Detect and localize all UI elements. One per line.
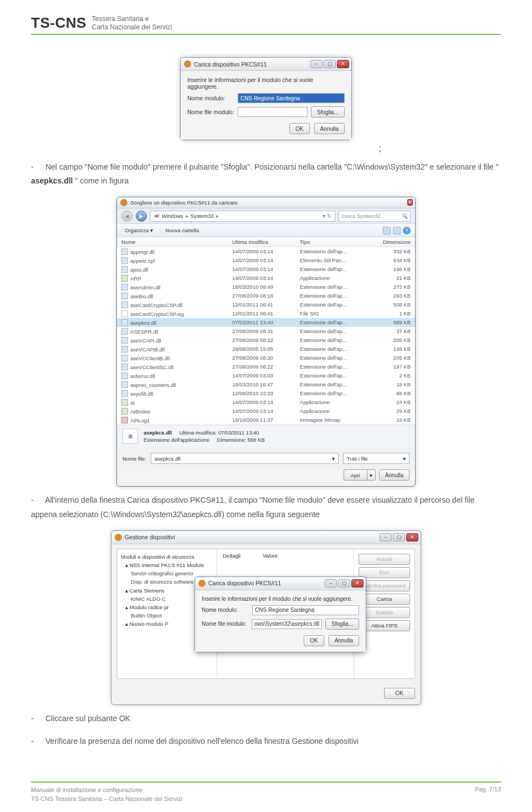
- ok-button[interactable]: OK: [384, 688, 415, 699]
- close-button[interactable]: ✕: [406, 533, 418, 542]
- semicolon: ;: [145, 144, 532, 154]
- browse-button[interactable]: Sfoglia...: [325, 619, 359, 630]
- file-icon: [121, 328, 128, 335]
- gd-title: Gestione dispositivi: [125, 534, 175, 540]
- device-manager-dialog: Gestione dispositivi – ▢ ✕ Moduli e disp…: [111, 530, 421, 705]
- maximize-button[interactable]: ▢: [393, 533, 405, 542]
- gd-titlebar[interactable]: Gestione dispositivi – ▢ ✕: [111, 531, 421, 544]
- file-icon: [121, 355, 128, 361]
- overlay-title: Carica dispositivo PKCS#11: [208, 580, 281, 586]
- step-4: - Verificare la presenza del nome del di…: [31, 734, 501, 748]
- file-row[interactable]: ARP14/07/2009 03:14Applicazione21 KB: [117, 274, 415, 283]
- preview-icon: ⚙: [122, 428, 138, 444]
- overlay-titlebar[interactable]: Carica dispositivo PKCS#11 – ▢ ✕: [195, 577, 366, 590]
- preview-size: 588 KB: [248, 437, 265, 443]
- detail-col2: Valore: [263, 553, 278, 559]
- file-icon: [121, 319, 128, 326]
- file-row[interactable]: AthLog118/10/2006 11:37Immagine bitmap19…: [117, 416, 415, 425]
- cancel-button[interactable]: Annulla: [314, 123, 345, 134]
- file-icon: [121, 346, 128, 353]
- dialog-titlebar[interactable]: Carica dispositivo PKCS#11 – ▢ ✕: [181, 58, 351, 71]
- search-input[interactable]: Cerca System32 🔍: [339, 211, 411, 222]
- filedlg-titlebar[interactable]: Scegliere un dispositivo PKCS#11 da cari…: [117, 197, 415, 208]
- new-folder-button[interactable]: Nuova cartella: [162, 226, 202, 236]
- module-name-input[interactable]: CNS Regione Sardegna: [238, 93, 345, 103]
- open-dropdown[interactable]: ▾: [367, 469, 376, 481]
- tree-node[interactable]: ▴ NSS Internal PKCS #11 Module: [121, 561, 213, 569]
- logo-sub-1: Tessera Sanitaria e: [92, 15, 172, 23]
- file-icon: [121, 275, 128, 282]
- module-file-input[interactable]: [238, 107, 308, 117]
- col-name[interactable]: Nome: [121, 239, 232, 245]
- file-list[interactable]: Nome Ultima modifica Tipo Dimensione app…: [117, 237, 415, 425]
- browse-button[interactable]: Sfoglia...: [311, 106, 345, 118]
- preview-mod: 07/03/2011 13:40: [218, 430, 259, 436]
- preview-size-label: Dimensione:: [217, 437, 246, 443]
- organize-button[interactable]: Organizza ▾: [121, 226, 156, 236]
- help-icon[interactable]: ?: [403, 227, 411, 234]
- close-button[interactable]: ✕: [337, 60, 349, 68]
- filename-input[interactable]: asepkcs.dll ▾: [151, 453, 339, 464]
- open-label: Apri: [344, 469, 367, 481]
- file-row[interactable]: aseCardCryptoCSP.sig12/01/2011 06:41File…: [117, 309, 415, 318]
- file-row[interactable]: aseAdmin.dll18/03/2010 09:49Estensione d…: [117, 283, 415, 292]
- close-button[interactable]: ✕: [407, 199, 413, 206]
- filter-value: Tutti i file: [347, 456, 368, 462]
- file-row[interactable]: asferror.dll14/07/2009 03:03Estensione d…: [117, 371, 415, 380]
- step-3: - Cliccare sul pulsante OK: [31, 712, 501, 726]
- file-row[interactable]: apss.dll14/07/2009 03:14Estensione dell'…: [117, 265, 415, 274]
- close-button[interactable]: ✕: [351, 579, 364, 588]
- col-size[interactable]: Dimensione: [367, 239, 411, 245]
- filter-dropdown[interactable]: Tutti i file ▾: [343, 453, 410, 464]
- file-row[interactable]: asycfilt.dll12/09/2010 22:33Estensione d…: [117, 389, 415, 398]
- footer-line2: TS CNS Tessera Sanitaria – Carta Naziona…: [31, 795, 182, 803]
- file-row[interactable]: aseVCClientB.dll27/08/2009 08:20Estensio…: [117, 354, 415, 362]
- file-icon: [121, 372, 128, 379]
- file-row[interactable]: at14/07/2009 03:14Applicazione24 KB: [117, 398, 415, 407]
- preview-pane: ⚙ asepkcs.dll Ultima modifica: 07/03/201…: [117, 425, 415, 447]
- file-row[interactable]: aseVCAPI.dll27/08/2009 08:22Estensione d…: [117, 336, 415, 345]
- file-icon: [121, 284, 128, 290]
- view-icon[interactable]: [383, 227, 391, 234]
- file-list-header[interactable]: Nome Ultima modifica Tipo Dimensione: [117, 237, 415, 247]
- nav-forward-icon[interactable]: ►: [136, 211, 147, 222]
- firefox-icon: [198, 580, 206, 587]
- col-type[interactable]: Tipo: [300, 239, 367, 245]
- file-row[interactable]: aseBio.dll27/08/2009 08:18Estensione del…: [117, 292, 415, 300]
- file-row[interactable]: aseCardCryptoCSP.dll12/01/2011 06:41Este…: [117, 300, 415, 309]
- file-row[interactable]: ASESPR.dll27/08/2009 08:31Estensione del…: [117, 327, 415, 336]
- ok-button[interactable]: OK: [304, 635, 324, 646]
- open-file-dialog: Scegliere un dispositivo PKCS#11 da cari…: [116, 197, 416, 487]
- login-button[interactable]: Accedi: [359, 554, 410, 565]
- open-button[interactable]: Apri ▾: [344, 469, 376, 481]
- overlay-file-input[interactable]: ows\System32\asepkcs.dll: [252, 619, 322, 629]
- file-icon: [121, 417, 128, 423]
- file-row[interactable]: aspnet_counters.dll18/03/2010 16:47Esten…: [117, 380, 415, 389]
- minimize-button[interactable]: –: [310, 60, 323, 68]
- overlay-name-input[interactable]: CNS Regione Sardegna: [252, 605, 359, 615]
- logout-button[interactable]: Esci: [359, 567, 410, 578]
- maximize-button[interactable]: ▢: [338, 579, 350, 588]
- file-row[interactable]: AtBroker14/07/2009 03:14Applicazione29 K…: [117, 407, 415, 416]
- maximize-button[interactable]: ▢: [324, 60, 336, 68]
- col-date[interactable]: Ultima modifica: [232, 239, 300, 245]
- addr-part-2: System32: [191, 213, 214, 219]
- organize-label: Organizza: [125, 227, 149, 233]
- file-row[interactable]: asepkcs.dll07/03/2011 13:40Estensione de…: [117, 318, 415, 327]
- file-row[interactable]: appwiz.cpl14/07/2009 03:14Elemento del P…: [117, 256, 415, 265]
- file-row[interactable]: appmgr.dll14/07/2009 03:14Estensione del…: [117, 247, 415, 256]
- file-row[interactable]: aseVCClientSC.dll27/08/2009 08:22Estensi…: [117, 362, 415, 371]
- preview-icon[interactable]: [393, 227, 401, 234]
- file-icon: [121, 364, 128, 370]
- file-row[interactable]: aseVCAPIB.dll29/08/2005 15:05Estensione …: [117, 345, 415, 354]
- cancel-button[interactable]: Annulla: [329, 635, 359, 646]
- logo: TS-CNS: [31, 14, 86, 32]
- address-bar[interactable]: ≪ Windows ▸ System32 ▸ ▾ ↻: [150, 211, 335, 222]
- minimize-button[interactable]: –: [380, 533, 392, 542]
- cancel-button[interactable]: Annulla: [379, 469, 410, 481]
- overlay-name-label: Nome modulo:: [202, 607, 249, 613]
- preview-type: Estensione dell'applicazione: [144, 437, 209, 443]
- ok-button[interactable]: OK: [289, 123, 309, 134]
- minimize-button[interactable]: –: [325, 579, 337, 588]
- nav-back-icon[interactable]: ◄: [121, 211, 132, 222]
